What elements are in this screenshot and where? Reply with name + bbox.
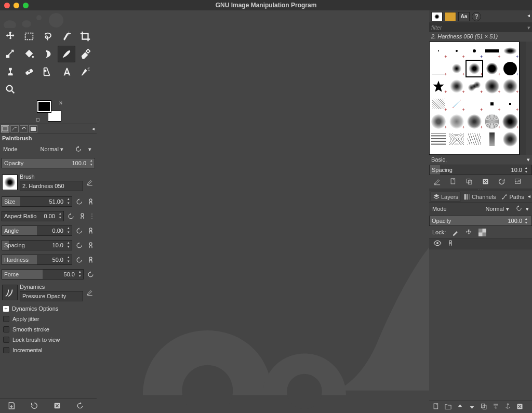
layer-mode-row[interactable]: Mode Normal ▾ ▾ <box>429 203 532 215</box>
tool-options-tab[interactable] <box>1 125 9 132</box>
restore-preset-icon[interactable] <box>30 402 38 411</box>
brush-item[interactable]: + <box>447 95 465 113</box>
brush-preset-select[interactable]: Basic, ▾ <box>429 155 532 164</box>
mode-select[interactable]: Normal ▾ <box>39 143 64 155</box>
mode-reset-icon[interactable] <box>74 144 83 154</box>
brush-item[interactable]: + <box>466 42 483 60</box>
images-tab[interactable] <box>29 125 37 132</box>
brush-item[interactable]: + <box>501 95 519 113</box>
dynamics-preview[interactable] <box>2 285 18 300</box>
brush-item[interactable]: + <box>483 60 501 77</box>
brush-item[interactable]: + <box>447 42 465 60</box>
brush-name-select[interactable]: 2. Hardness 050 <box>20 181 83 191</box>
crop-tool[interactable] <box>76 28 94 45</box>
size-reset-icon[interactable] <box>74 196 84 207</box>
smudge-tool[interactable] <box>39 46 57 62</box>
link-icon[interactable] <box>447 239 454 248</box>
text-tool[interactable] <box>58 63 75 80</box>
layer-mode-menu-icon[interactable]: ▾ <box>526 206 529 212</box>
brush-grid-scrollbar[interactable] <box>520 42 526 155</box>
heal-tool[interactable] <box>20 63 38 80</box>
lock-position-icon[interactable] <box>464 228 473 236</box>
angle-reset-icon[interactable] <box>74 225 84 236</box>
reset-colors-icon[interactable]: ◻ <box>36 117 39 122</box>
clone-tool[interactable] <box>2 63 19 80</box>
dynamics-options-expander[interactable]: + Dynamics Options <box>0 303 97 314</box>
brush-item[interactable] <box>447 130 465 148</box>
raise-layer-icon[interactable] <box>456 403 464 411</box>
layers-tab-menu-icon[interactable]: ◂ <box>528 193 530 199</box>
hardness-slider[interactable]: Hardness 50.0 ▴▾ <box>2 255 72 265</box>
brush-item[interactable]: + <box>447 60 465 77</box>
edit-dynamics-icon[interactable] <box>85 288 95 297</box>
rect-select-tool[interactable] <box>20 28 38 45</box>
brush-item[interactable]: + <box>430 60 447 77</box>
patterns-tab[interactable] <box>445 12 456 21</box>
tab-menu-icon[interactable]: ◂ <box>92 126 95 131</box>
refresh-brush-icon[interactable] <box>498 178 506 186</box>
layers-list[interactable] <box>429 249 532 401</box>
spacing-link-icon[interactable] <box>86 239 95 251</box>
layer-opacity-stepper[interactable]: ▴▾ <box>525 217 530 225</box>
bucket-fill-tool[interactable] <box>20 46 38 62</box>
channels-tab[interactable]: Channels <box>461 192 498 202</box>
device-status-tab[interactable] <box>10 125 19 132</box>
anchor-layer-icon[interactable] <box>504 403 512 411</box>
brush-item[interactable]: + <box>501 42 519 60</box>
move-tool[interactable] <box>2 28 19 45</box>
close-window-button[interactable] <box>4 3 10 8</box>
opacity-stepper[interactable]: ▴▾ <box>89 158 94 168</box>
brush-item[interactable]: + <box>501 60 519 77</box>
aspect-extra-icon[interactable]: ⋮ <box>89 212 95 220</box>
brush-item-selected[interactable]: + <box>466 60 483 77</box>
brush-item[interactable]: + <box>466 113 483 130</box>
aspect-link-icon[interactable] <box>77 210 87 222</box>
angle-slider[interactable]: Angle 0.00 ▴▾ <box>2 225 72 236</box>
size-slider[interactable]: Size 51.00 ▴▾ <box>2 196 72 207</box>
paths-tab[interactable]: Paths <box>499 192 526 202</box>
edit-brush-icon[interactable] <box>85 178 95 187</box>
perspective-clone-tool[interactable] <box>39 63 57 80</box>
brush-item[interactable]: + <box>447 113 465 130</box>
brush-item[interactable]: + <box>501 113 519 130</box>
apply-jitter-checkbox[interactable]: Apply jitter <box>0 314 97 324</box>
save-preset-icon[interactable] <box>7 402 16 411</box>
brush-item[interactable]: + <box>483 42 501 60</box>
paintbrush-tool[interactable] <box>58 46 75 62</box>
size-link-icon[interactable] <box>86 196 95 207</box>
maximize-window-button[interactable] <box>23 3 29 8</box>
new-group-icon[interactable] <box>444 403 452 411</box>
incremental-checkbox[interactable]: Incremental <box>0 345 97 355</box>
dynamics-select[interactable]: Pressure Opacity <box>20 291 83 301</box>
transform-tool[interactable] <box>2 46 19 62</box>
lower-layer-icon[interactable] <box>468 403 476 411</box>
aspect-stepper[interactable]: ▴▾ <box>58 211 63 221</box>
brush-item[interactable] <box>501 130 519 148</box>
brush-item[interactable]: + <box>501 77 519 95</box>
edit-brush-icon[interactable] <box>433 178 441 186</box>
brush-item[interactable]: + <box>483 113 501 130</box>
brush-item[interactable]: + <box>430 95 447 113</box>
layer-mode-reset-icon[interactable] <box>515 205 523 213</box>
duplicate-brush-icon[interactable] <box>466 178 473 186</box>
fg-bg-colors[interactable]: ⤭ ◻ <box>37 101 61 122</box>
hardness-reset-icon[interactable] <box>74 254 84 265</box>
brush-item[interactable]: + <box>430 42 447 60</box>
brush-item[interactable]: + <box>483 95 501 113</box>
layer-opacity-slider[interactable]: Opacity 100.0 ▴▾ <box>429 216 532 226</box>
mode-menu-icon[interactable]: ▾ <box>85 144 95 154</box>
aspect-slider[interactable]: Aspect Ratio 0.00 ▴▾ <box>2 211 64 221</box>
force-reset-icon[interactable] <box>86 269 95 280</box>
hardness-stepper[interactable]: ▴▾ <box>66 255 71 264</box>
spacing-reset-icon[interactable] <box>74 239 84 251</box>
force-stepper[interactable]: ▴▾ <box>77 270 83 279</box>
brush-item[interactable] <box>483 130 501 148</box>
angle-link-icon[interactable] <box>86 225 95 236</box>
delete-brush-icon[interactable] <box>482 178 489 186</box>
brush-item[interactable]: + <box>447 77 465 95</box>
zoom-tool[interactable] <box>2 81 19 98</box>
brush-spacing-stepper[interactable]: ▴▾ <box>525 166 530 174</box>
foreground-color[interactable] <box>37 101 51 112</box>
delete-layer-icon[interactable] <box>516 403 524 411</box>
reset-preset-icon[interactable] <box>76 402 84 411</box>
